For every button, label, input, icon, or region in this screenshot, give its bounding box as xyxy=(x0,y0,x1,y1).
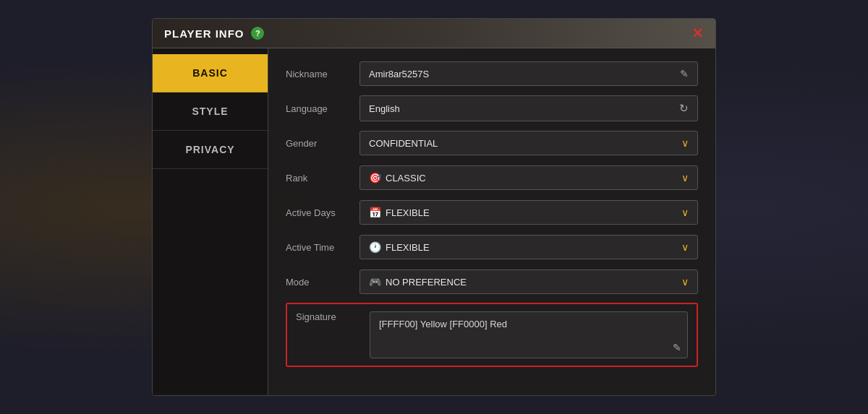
signature-field[interactable]: [FFFF00] Yellow [FF0000] Red xyxy=(370,311,688,358)
modal-header: PLAYER INFO ? ✕ xyxy=(153,19,715,48)
gender-field[interactable]: CONFIDENTIAL xyxy=(359,131,698,155)
signature-label: Signature xyxy=(296,311,361,322)
active-time-field[interactable]: 🕐 FLEXIBLE xyxy=(359,235,698,259)
sidebar-item-privacy[interactable]: PRIVACY xyxy=(153,131,268,169)
nickname-row: Nickname Amir8ar5257S xyxy=(286,60,698,87)
language-label: Language xyxy=(286,103,351,114)
player-info-modal: PLAYER INFO ? ✕ BASIC STYLE PRIVACY Nick… xyxy=(152,18,716,396)
language-field[interactable]: English xyxy=(359,95,698,121)
mode-field[interactable]: 🎮 NO PREFERENCE xyxy=(359,269,698,294)
active-time-icon: 🕐 xyxy=(369,241,381,253)
rank-icon: 🎯 xyxy=(369,172,381,184)
gender-chevron-icon[interactable] xyxy=(681,137,689,149)
language-refresh-icon[interactable] xyxy=(679,102,689,115)
signature-edit-icon[interactable] xyxy=(673,342,681,353)
nickname-edit-icon[interactable] xyxy=(680,68,689,79)
active-time-label: Active Time xyxy=(286,242,351,253)
signature-section: Signature [FFFF00] Yellow [FF0000] Red xyxy=(286,303,698,367)
signature-row: Signature [FFFF00] Yellow [FF0000] Red xyxy=(296,311,688,358)
signature-value: [FFFF00] Yellow [FF0000] Red xyxy=(379,319,507,329)
active-days-field[interactable]: 📅 FLEXIBLE xyxy=(359,200,698,225)
sidebar: BASIC STYLE PRIVACY xyxy=(153,48,268,395)
gender-label: Gender xyxy=(286,138,351,149)
active-time-chevron-icon[interactable] xyxy=(681,241,689,253)
gender-row: Gender CONFIDENTIAL xyxy=(286,129,698,157)
mode-value: 🎮 NO PREFERENCE xyxy=(369,276,681,288)
language-value: English xyxy=(369,103,679,114)
mode-icon: 🎮 xyxy=(369,276,381,288)
rank-value: 🎯 CLASSIC xyxy=(369,172,681,184)
rank-field[interactable]: 🎯 CLASSIC xyxy=(359,165,698,190)
main-content: Nickname Amir8ar5257S Language English G… xyxy=(268,48,715,395)
mode-row: Mode 🎮 NO PREFERENCE xyxy=(286,268,698,296)
active-days-label: Active Days xyxy=(286,207,351,218)
title-area: PLAYER INFO ? xyxy=(164,27,264,40)
active-time-value: 🕐 FLEXIBLE xyxy=(369,241,681,253)
mode-chevron-icon[interactable] xyxy=(681,276,689,288)
sidebar-item-style[interactable]: STYLE xyxy=(153,92,268,131)
mode-label: Mode xyxy=(286,277,351,288)
help-icon[interactable]: ? xyxy=(251,27,264,40)
active-days-icon: 📅 xyxy=(369,207,381,218)
nickname-field[interactable]: Amir8ar5257S xyxy=(359,61,698,86)
language-row: Language English xyxy=(286,95,698,122)
rank-row: Rank 🎯 CLASSIC xyxy=(286,164,698,191)
active-days-chevron-icon[interactable] xyxy=(681,207,689,218)
sidebar-item-basic[interactable]: BASIC xyxy=(153,54,268,92)
close-button[interactable]: ✕ xyxy=(692,26,704,40)
modal-body: BASIC STYLE PRIVACY Nickname Amir8ar5257… xyxy=(153,48,715,395)
active-days-row: Active Days 📅 FLEXIBLE xyxy=(286,199,698,226)
nickname-label: Nickname xyxy=(286,69,351,79)
nickname-value: Amir8ar5257S xyxy=(369,69,680,79)
gender-value: CONFIDENTIAL xyxy=(369,138,681,149)
active-time-row: Active Time 🕐 FLEXIBLE xyxy=(286,233,698,261)
rank-chevron-icon[interactable] xyxy=(681,172,689,184)
active-days-value: 📅 FLEXIBLE xyxy=(369,207,681,218)
rank-label: Rank xyxy=(286,173,351,184)
modal-title: PLAYER INFO xyxy=(164,27,244,40)
